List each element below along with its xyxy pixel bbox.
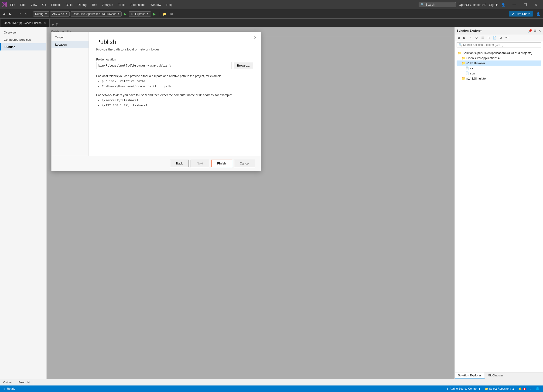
menu-test[interactable]: Test	[90, 2, 100, 7]
dialog-sidebar-target[interactable]: Target	[51, 34, 89, 41]
sidebar-item-connected-services[interactable]: Connected Services	[0, 36, 46, 43]
back-button[interactable]: Back	[170, 160, 189, 167]
menu-window[interactable]: Window	[148, 2, 164, 7]
se-show-all[interactable]: 📄	[492, 35, 498, 41]
account-icon-btn[interactable]: 👤	[535, 11, 542, 17]
se-properties[interactable]: ⚙	[498, 35, 504, 41]
se-project-browser[interactable]: 📁 n143.Browser	[457, 61, 541, 66]
menu-debug[interactable]: Debug	[75, 2, 89, 7]
global-search-box[interactable]: 🔍 Search	[419, 2, 456, 7]
menu-project[interactable]: Project	[49, 2, 63, 7]
se-sync[interactable]: ⟳	[474, 35, 479, 41]
menu-edit[interactable]: Edit	[18, 2, 28, 7]
maximize-button[interactable]: ❐	[520, 0, 530, 9]
se-tab-solution-explorer[interactable]: Solution Explorer	[455, 372, 485, 379]
live-share-label: Live Share	[516, 12, 530, 16]
tab-dropdown-arrow[interactable]: ▼	[51, 23, 54, 27]
pin-button[interactable]: 📌	[528, 29, 532, 33]
se-home[interactable]: ⌂	[468, 35, 473, 41]
cpu-dropdown[interactable]: Any CPU ▼	[50, 11, 69, 17]
add-source-label: Add to Source Control	[450, 387, 477, 390]
se-file-cs[interactable]: 📄 cs	[457, 66, 541, 71]
undo-button[interactable]: ↩	[17, 11, 23, 17]
se-forward-icon: ▶	[463, 36, 466, 39]
output-tab[interactable]: Output	[0, 380, 15, 385]
notification-badge: 1	[523, 388, 526, 390]
se-props-icon: ⚙	[499, 36, 502, 39]
globe-icon-btn[interactable]: 🌐	[534, 387, 541, 390]
publish-dialog: ✕ Target Location Publish Provid	[51, 32, 261, 171]
se-tab-git-changes[interactable]: Git Changes	[485, 372, 507, 379]
menu-extensions[interactable]: Extensions	[128, 2, 148, 7]
close-button[interactable]: ✕	[530, 0, 541, 9]
debug-config-label: Debug	[35, 12, 43, 16]
se-file-json[interactable]: 📄 son	[457, 71, 541, 76]
se-collapse[interactable]: ⊟	[486, 35, 492, 41]
center-content-area: Publish profiles ✕ Target Location	[47, 27, 454, 379]
next-button[interactable]: Next	[191, 160, 209, 167]
se-proj-label: OpenSilverApplication143	[466, 56, 501, 60]
tab-settings-button[interactable]: ⚙	[54, 22, 60, 27]
search-icon: 🔍	[421, 3, 424, 6]
notification-bell[interactable]: 🔔 1	[516, 387, 528, 390]
debug-config-dropdown[interactable]: Debug ▼	[33, 11, 49, 17]
run-button[interactable]: ▶	[123, 11, 128, 17]
dock-button[interactable]: ⊟	[534, 29, 537, 32]
se-project-simulator[interactable]: 📁 n143.Simulator	[457, 76, 541, 81]
error-list-tab[interactable]: Error List	[15, 380, 33, 385]
run-iis-button[interactable]: ▶	[152, 11, 157, 17]
account-icon: 👤	[536, 12, 540, 16]
live-share-button[interactable]: ↗ Live Share	[509, 11, 533, 17]
dialog-sidebar-location[interactable]: Location	[51, 41, 89, 48]
tab-close-button[interactable]: ✕	[43, 21, 47, 25]
toolbar-extra-btn1[interactable]: 📁	[161, 11, 168, 17]
folder-location-input[interactable]	[96, 62, 232, 69]
toolbar-extra-btn2[interactable]: ⊞	[169, 11, 175, 17]
solution-explorer-header: Solution Explorer 📌 ⊟ ✕	[455, 27, 543, 34]
menu-analyze[interactable]: Analyze	[100, 2, 115, 7]
se-nav-forward[interactable]: ▶	[462, 35, 467, 41]
dialog-close-button[interactable]: ✕	[252, 35, 258, 40]
menu-tools[interactable]: Tools	[116, 2, 128, 7]
close-se-button[interactable]: ✕	[538, 29, 541, 33]
publish-label: Publish	[4, 45, 15, 49]
se-nav-back[interactable]: ◀	[456, 35, 461, 41]
se-project-main[interactable]: 📁 OpenSilverApplication143	[457, 55, 541, 61]
iis-express-dropdown[interactable]: IIS Express ▼	[129, 11, 151, 17]
bottom-panel-tabs: Output Error List	[0, 379, 543, 386]
se-search-box[interactable]: 🔍	[457, 42, 541, 47]
se-preview[interactable]: 👁	[504, 35, 510, 41]
ready-icon: ⬆	[4, 387, 6, 390]
project-dropdown[interactable]: OpenSilverApplication143.Browser ▼	[71, 11, 122, 17]
back-button[interactable]: ◀	[1, 11, 7, 17]
cancel-button[interactable]: Cancel	[234, 160, 255, 167]
menu-file[interactable]: File	[8, 2, 17, 7]
se-solution-root[interactable]: 📁 Solution 'OpenSilverApplication143' (3…	[457, 50, 541, 55]
publish-tab[interactable]: OpenSilverApp...wser: Publish ✕	[1, 19, 50, 27]
toolbar-right-area: ↗ Live Share 👤	[509, 11, 542, 17]
se-home-icon: ⌂	[470, 36, 471, 39]
dialog-main-content: Publish Provide the path to a local or n…	[89, 32, 261, 156]
menu-git[interactable]: Git	[40, 2, 48, 7]
forward-button[interactable]: ▶	[8, 11, 13, 17]
menu-build[interactable]: Build	[63, 2, 75, 7]
check-icon-btn[interactable]: ✓	[528, 387, 534, 390]
network-example-1: \\server1\fileshare1	[102, 98, 253, 103]
ready-status[interactable]: ⬆ Ready	[2, 387, 17, 390]
connected-services-label: Connected Services	[4, 38, 31, 41]
live-share-icon: ↗	[512, 12, 514, 16]
menu-view[interactable]: View	[28, 2, 39, 7]
se-filter[interactable]: ☰	[480, 35, 486, 41]
menu-help[interactable]: Help	[164, 2, 175, 7]
add-to-source-control-button[interactable]: ⬆ Add to Source Control ▲	[445, 387, 483, 390]
minimize-button[interactable]: —	[509, 0, 520, 9]
select-repository-button[interactable]: 📁 Select Repository ▲	[483, 387, 517, 390]
sign-in-link[interactable]: Sign in	[489, 3, 498, 6]
redo-button[interactable]: ↪	[23, 11, 29, 17]
browse-button[interactable]: Browse...	[234, 62, 253, 69]
finish-button[interactable]: Finish	[211, 160, 232, 167]
sidebar-item-publish[interactable]: Publish	[0, 43, 46, 50]
se-search-input[interactable]	[463, 43, 539, 47]
sidebar-item-overview[interactable]: Overview	[0, 29, 46, 36]
window-title: OpenSilv...cation143	[459, 3, 486, 6]
